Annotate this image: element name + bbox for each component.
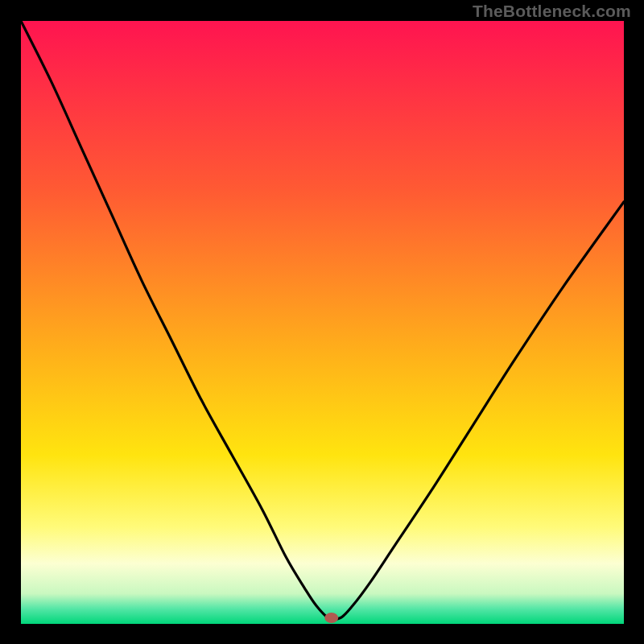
chart-container: TheBottleneck.com [0, 0, 644, 644]
bottleneck-chart [0, 0, 644, 644]
watermark-label: TheBottleneck.com [473, 2, 631, 21]
plot-background [21, 21, 624, 624]
optimal-marker [324, 613, 338, 623]
